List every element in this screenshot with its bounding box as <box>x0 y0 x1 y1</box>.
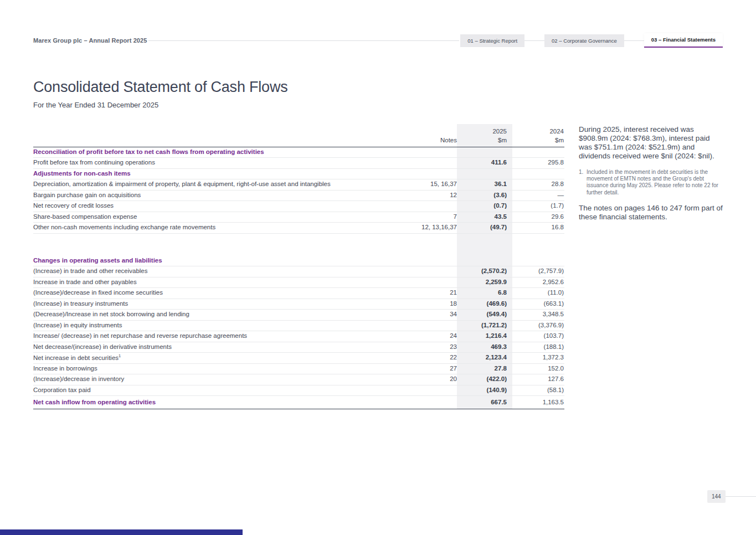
table-row: (Increase) in trade and other receivable… <box>33 266 564 277</box>
cell-notes <box>390 255 457 266</box>
cell-v24: (1.7) <box>512 201 564 212</box>
cell-label: Net decrease/(increase) in derivative in… <box>33 342 390 353</box>
cell-v24 <box>512 147 564 158</box>
header-notes: Notes <box>390 124 457 147</box>
cell-v25: 2,259.9 <box>457 277 512 288</box>
cell-v25 <box>457 255 512 266</box>
cell-notes: 12, 13,16,37 <box>390 223 457 234</box>
cell-notes <box>390 168 457 179</box>
header-divider-line <box>524 40 544 41</box>
cell-v24: — <box>512 190 564 201</box>
page-number: 144 <box>707 490 726 503</box>
cell-notes <box>390 277 457 288</box>
cell-v24: 127.6 <box>512 374 564 385</box>
cell-v24: 152.0 <box>512 363 564 374</box>
cell-notes <box>390 320 457 331</box>
cell-notes: 21 <box>390 288 457 299</box>
cell-label: Share-based compensation expense <box>33 212 390 223</box>
cell-v24: 16.8 <box>512 223 564 234</box>
notes-reference: The notes on pages 146 to 247 form part … <box>579 204 724 222</box>
cell-v25 <box>457 233 512 255</box>
cell-label: Net increase in debt securities1 <box>33 353 390 364</box>
cell-v25: 43.5 <box>457 212 512 223</box>
cell-v25: (49.7) <box>457 223 512 234</box>
cell-label: Bargain purchase gain on acquisitions <box>33 190 390 201</box>
cell-label: Increase in borrowings <box>33 363 390 374</box>
cell-label: Corporation tax paid <box>33 385 390 396</box>
header-label-cell <box>33 124 390 147</box>
cell-label: (Increase) in treasury instruments <box>33 299 390 310</box>
cell-v25: (469.6) <box>457 299 512 310</box>
cashflow-table-body: Reconciliation of profit before tax to n… <box>33 147 564 409</box>
section-header-row: Changes in operating assets and liabilit… <box>33 255 564 266</box>
cell-label: (Increase)/decrease in inventory <box>33 374 390 385</box>
table-row: (Increase) in equity instruments(1,721.2… <box>33 320 564 331</box>
table-header: Notes 2025 $m 2024 $m <box>33 124 564 147</box>
cell-label: Increase/ (decrease) in net repurchase a… <box>33 331 390 342</box>
tab-financial-statements[interactable]: 03 – Financial Statements <box>644 33 723 48</box>
cell-v24: 1,163.5 <box>512 396 564 409</box>
footnote-1: 1. Included in the movement in debt secu… <box>579 169 724 197</box>
cell-v25: 36.1 <box>457 179 512 191</box>
cell-v25: (0.7) <box>457 201 512 212</box>
table-row: (Increase)/decrease in fixed income secu… <box>33 288 564 299</box>
cell-v24: (3,376.9) <box>512 320 564 331</box>
tab-strategic-report[interactable]: 01 – Strategic Report <box>460 34 524 47</box>
cell-label: (Increase) in equity instruments <box>33 320 390 331</box>
report-header: Marex Group plc – Annual Report 2025 01 … <box>33 33 723 48</box>
section-header-row: Reconciliation of profit before tax to n… <box>33 147 564 158</box>
cell-label: Reconciliation of profit before tax to n… <box>33 147 390 158</box>
table-row: Net increase in debt securities1222,123.… <box>33 353 564 364</box>
report-brand-title: Marex Group plc – Annual Report 2025 <box>33 37 147 44</box>
table-row: Depreciation, amortization & impairment … <box>33 179 564 191</box>
table-row: Share-based compensation expense743.529.… <box>33 212 564 223</box>
cell-label: Other non-cash movements including excha… <box>33 223 390 234</box>
cell-label: (Increase)/decrease in fixed income secu… <box>33 288 390 299</box>
cell-notes: 22 <box>390 353 457 364</box>
cell-label: (Increase) in trade and other receivable… <box>33 266 390 277</box>
footnote-text: Included in the movement in debt securit… <box>587 169 724 197</box>
cell-v25: 411.6 <box>457 158 512 169</box>
cell-v24: 2,952.6 <box>512 277 564 288</box>
cell-notes: 24 <box>390 331 457 342</box>
cell-v25: 27.8 <box>457 363 512 374</box>
table-row: (Increase)/decrease in inventory20(422.0… <box>33 374 564 385</box>
page-subtitle: For the Year Ended 31 December 2025 <box>33 101 288 109</box>
cell-v24: (663.1) <box>512 299 564 310</box>
cell-v24 <box>512 168 564 179</box>
cell-v24: (103.7) <box>512 331 564 342</box>
table-row: (Increase) in treasury instruments18(469… <box>33 299 564 310</box>
cell-label: Net cash inflow from operating activitie… <box>33 396 390 409</box>
title-block: Consolidated Statement of Cash Flows For… <box>33 79 288 109</box>
cell-v25: 667.5 <box>457 396 512 409</box>
footnote-marker: 1. <box>579 169 587 197</box>
cell-label: Changes in operating assets and liabilit… <box>33 255 390 266</box>
footer-divider-line <box>726 496 756 497</box>
header-year-2024: 2024 $m <box>512 124 564 147</box>
header-divider-line <box>624 40 644 41</box>
cell-notes <box>390 233 457 255</box>
cell-notes: 15, 16,37 <box>390 179 457 191</box>
table-row: (Decrease)/Increase in net stock borrowi… <box>33 310 564 321</box>
cell-label: Adjustments for non-cash items <box>33 168 390 179</box>
cell-v25: (140.9) <box>457 385 512 396</box>
tab-corporate-governance[interactable]: 02 – Corporate Governance <box>544 34 624 47</box>
table-row: Other non-cash movements including excha… <box>33 223 564 234</box>
cell-notes <box>390 147 457 158</box>
cell-notes: 7 <box>390 212 457 223</box>
spacer-row <box>33 233 564 255</box>
cell-v24: (188.1) <box>512 342 564 353</box>
table-row: Increase/ (decrease) in net repurchase a… <box>33 331 564 342</box>
cell-v25 <box>457 168 512 179</box>
cell-v24: 28.8 <box>512 179 564 191</box>
cell-v25: 469.3 <box>457 342 512 353</box>
cell-v24: (58.1) <box>512 385 564 396</box>
cell-v25: (422.0) <box>457 374 512 385</box>
cell-v24 <box>512 255 564 266</box>
cell-v25: (549.4) <box>457 310 512 321</box>
table-row: Bargain purchase gain on acquisitions12(… <box>33 190 564 201</box>
cell-notes: 20 <box>390 374 457 385</box>
document-page: Marex Group plc – Annual Report 2025 01 … <box>0 0 756 535</box>
cell-label <box>33 233 390 255</box>
table-row: Corporation tax paid(140.9)(58.1) <box>33 385 564 396</box>
